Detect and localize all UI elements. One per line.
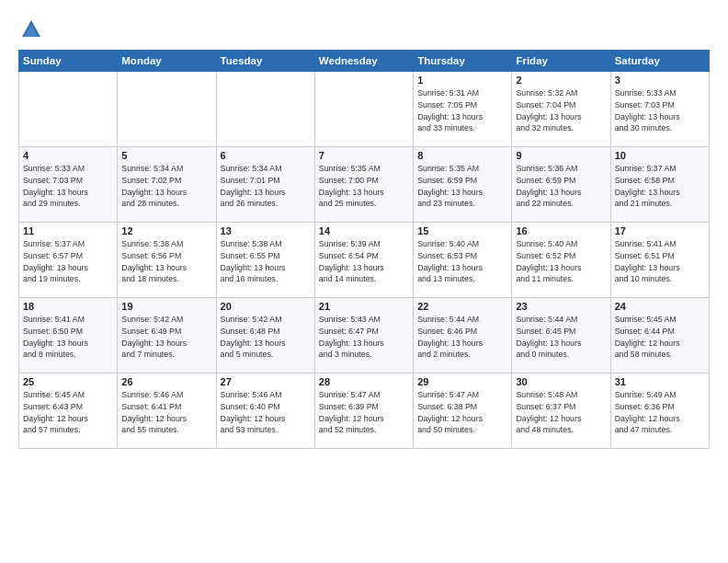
- day-info: Sunrise: 5:34 AMSunset: 7:02 PMDaylight:…: [121, 163, 211, 210]
- calendar-cell: 6Sunrise: 5:34 AMSunset: 7:01 PMDaylight…: [216, 147, 314, 223]
- day-info: Sunrise: 5:43 AMSunset: 6:47 PMDaylight:…: [319, 314, 409, 361]
- day-info: Sunrise: 5:45 AMSunset: 6:44 PMDaylight:…: [615, 314, 705, 361]
- calendar-cell: 24Sunrise: 5:45 AMSunset: 6:44 PMDayligh…: [610, 298, 709, 373]
- calendar-cell: 20Sunrise: 5:42 AMSunset: 6:48 PMDayligh…: [216, 298, 314, 373]
- day-info: Sunrise: 5:40 AMSunset: 6:52 PMDaylight:…: [516, 238, 606, 285]
- calendar-cell: 22Sunrise: 5:44 AMSunset: 6:46 PMDayligh…: [414, 298, 512, 373]
- calendar-cell: 8Sunrise: 5:35 AMSunset: 6:59 PMDaylight…: [414, 147, 512, 223]
- day-info: Sunrise: 5:42 AMSunset: 6:48 PMDaylight:…: [221, 314, 311, 361]
- calendar-cell: [216, 72, 314, 147]
- day-info: Sunrise: 5:39 AMSunset: 6:54 PMDaylight:…: [319, 238, 409, 285]
- day-number: 14: [319, 225, 409, 236]
- calendar-cell: 5Sunrise: 5:34 AMSunset: 7:02 PMDaylight…: [118, 147, 216, 223]
- day-info: Sunrise: 5:47 AMSunset: 6:38 PMDaylight:…: [417, 389, 507, 436]
- day-number: 22: [417, 301, 507, 312]
- day-number: 20: [221, 301, 311, 312]
- calendar-cell: 23Sunrise: 5:44 AMSunset: 6:45 PMDayligh…: [512, 298, 610, 373]
- calendar-cell: 31Sunrise: 5:49 AMSunset: 6:36 PMDayligh…: [610, 373, 709, 449]
- day-number: 17: [615, 225, 705, 236]
- calendar-cell: 1Sunrise: 5:31 AMSunset: 7:05 PMDaylight…: [414, 72, 512, 147]
- day-number: 12: [121, 225, 211, 236]
- week-row-5: 25Sunrise: 5:45 AMSunset: 6:43 PMDayligh…: [19, 373, 710, 449]
- day-info: Sunrise: 5:41 AMSunset: 6:51 PMDaylight:…: [615, 238, 705, 285]
- calendar-cell: 3Sunrise: 5:33 AMSunset: 7:03 PMDaylight…: [610, 72, 709, 147]
- day-info: Sunrise: 5:42 AMSunset: 6:49 PMDaylight:…: [121, 314, 211, 361]
- calendar-cell: 4Sunrise: 5:33 AMSunset: 7:03 PMDaylight…: [19, 147, 118, 223]
- calendar-cell: 28Sunrise: 5:47 AMSunset: 6:39 PMDayligh…: [314, 373, 413, 449]
- day-info: Sunrise: 5:33 AMSunset: 7:03 PMDaylight:…: [23, 163, 113, 210]
- day-info: Sunrise: 5:49 AMSunset: 6:36 PMDaylight:…: [615, 389, 705, 436]
- day-number: 19: [121, 301, 211, 312]
- day-number: 11: [23, 225, 113, 236]
- day-info: Sunrise: 5:46 AMSunset: 6:40 PMDaylight:…: [221, 389, 311, 436]
- weekday-header-sunday: Sunday: [19, 51, 118, 72]
- day-info: Sunrise: 5:44 AMSunset: 6:45 PMDaylight:…: [516, 314, 606, 361]
- day-info: Sunrise: 5:36 AMSunset: 6:59 PMDaylight:…: [516, 163, 606, 210]
- day-info: Sunrise: 5:31 AMSunset: 7:05 PMDaylight:…: [417, 87, 507, 134]
- day-number: 25: [23, 376, 113, 387]
- day-number: 6: [221, 150, 311, 161]
- day-info: Sunrise: 5:41 AMSunset: 6:50 PMDaylight:…: [23, 314, 113, 361]
- calendar-cell: 25Sunrise: 5:45 AMSunset: 6:43 PMDayligh…: [19, 373, 118, 449]
- calendar-cell: 7Sunrise: 5:35 AMSunset: 7:00 PMDaylight…: [314, 147, 413, 223]
- calendar-cell: 21Sunrise: 5:43 AMSunset: 6:47 PMDayligh…: [314, 298, 413, 373]
- calendar-cell: 14Sunrise: 5:39 AMSunset: 6:54 PMDayligh…: [314, 223, 413, 298]
- calendar-cell: 2Sunrise: 5:32 AMSunset: 7:04 PMDaylight…: [512, 72, 610, 147]
- day-number: 30: [516, 376, 606, 387]
- weekday-header-friday: Friday: [512, 51, 610, 72]
- weekday-header-tuesday: Tuesday: [216, 51, 314, 72]
- calendar-cell: 11Sunrise: 5:37 AMSunset: 6:57 PMDayligh…: [19, 223, 118, 298]
- day-number: 18: [23, 301, 113, 312]
- calendar-cell: 13Sunrise: 5:38 AMSunset: 6:55 PMDayligh…: [216, 223, 314, 298]
- day-number: 26: [121, 376, 211, 387]
- day-info: Sunrise: 5:35 AMSunset: 6:59 PMDaylight:…: [417, 163, 507, 210]
- day-info: Sunrise: 5:32 AMSunset: 7:04 PMDaylight:…: [516, 87, 606, 134]
- calendar-cell: 27Sunrise: 5:46 AMSunset: 6:40 PMDayligh…: [216, 373, 314, 449]
- day-number: 10: [615, 150, 705, 161]
- day-number: 4: [23, 150, 113, 161]
- calendar-cell: 26Sunrise: 5:46 AMSunset: 6:41 PMDayligh…: [118, 373, 216, 449]
- calendar-cell: 16Sunrise: 5:40 AMSunset: 6:52 PMDayligh…: [512, 223, 610, 298]
- day-info: Sunrise: 5:46 AMSunset: 6:41 PMDaylight:…: [121, 389, 211, 436]
- header: [18, 17, 710, 42]
- day-info: Sunrise: 5:38 AMSunset: 6:56 PMDaylight:…: [121, 238, 211, 285]
- day-number: 9: [516, 150, 606, 161]
- logo: [18, 17, 48, 42]
- weekday-header-saturday: Saturday: [610, 51, 709, 72]
- calendar: SundayMondayTuesdayWednesdayThursdayFrid…: [18, 50, 710, 449]
- calendar-cell: 12Sunrise: 5:38 AMSunset: 6:56 PMDayligh…: [118, 223, 216, 298]
- day-info: Sunrise: 5:34 AMSunset: 7:01 PMDaylight:…: [221, 163, 311, 210]
- day-number: 16: [516, 225, 606, 236]
- week-row-1: 1Sunrise: 5:31 AMSunset: 7:05 PMDaylight…: [19, 72, 710, 147]
- calendar-cell: 29Sunrise: 5:47 AMSunset: 6:38 PMDayligh…: [414, 373, 512, 449]
- day-number: 7: [319, 150, 409, 161]
- calendar-cell: 10Sunrise: 5:37 AMSunset: 6:58 PMDayligh…: [610, 147, 709, 223]
- calendar-cell: [19, 72, 118, 147]
- page: SundayMondayTuesdayWednesdayThursdayFrid…: [0, 0, 728, 563]
- weekday-header-thursday: Thursday: [414, 51, 512, 72]
- day-info: Sunrise: 5:37 AMSunset: 6:58 PMDaylight:…: [615, 163, 705, 210]
- calendar-cell: 30Sunrise: 5:48 AMSunset: 6:37 PMDayligh…: [512, 373, 610, 449]
- day-info: Sunrise: 5:40 AMSunset: 6:53 PMDaylight:…: [417, 238, 507, 285]
- logo-icon: [18, 17, 44, 42]
- week-row-2: 4Sunrise: 5:33 AMSunset: 7:03 PMDaylight…: [19, 147, 710, 223]
- day-info: Sunrise: 5:35 AMSunset: 7:00 PMDaylight:…: [319, 163, 409, 210]
- day-number: 24: [615, 301, 705, 312]
- calendar-cell: 17Sunrise: 5:41 AMSunset: 6:51 PMDayligh…: [610, 223, 709, 298]
- day-info: Sunrise: 5:47 AMSunset: 6:39 PMDaylight:…: [319, 389, 409, 436]
- day-number: 5: [121, 150, 211, 161]
- day-number: 29: [417, 376, 507, 387]
- day-number: 1: [417, 75, 507, 86]
- calendar-cell: 9Sunrise: 5:36 AMSunset: 6:59 PMDaylight…: [512, 147, 610, 223]
- week-row-3: 11Sunrise: 5:37 AMSunset: 6:57 PMDayligh…: [19, 223, 710, 298]
- day-number: 8: [417, 150, 507, 161]
- day-number: 15: [417, 225, 507, 236]
- day-number: 2: [516, 75, 606, 86]
- day-number: 28: [319, 376, 409, 387]
- calendar-cell: 18Sunrise: 5:41 AMSunset: 6:50 PMDayligh…: [19, 298, 118, 373]
- weekday-header-monday: Monday: [118, 51, 216, 72]
- day-number: 31: [615, 376, 705, 387]
- day-info: Sunrise: 5:45 AMSunset: 6:43 PMDaylight:…: [23, 389, 113, 436]
- weekday-header-wednesday: Wednesday: [314, 51, 413, 72]
- calendar-cell: 15Sunrise: 5:40 AMSunset: 6:53 PMDayligh…: [414, 223, 512, 298]
